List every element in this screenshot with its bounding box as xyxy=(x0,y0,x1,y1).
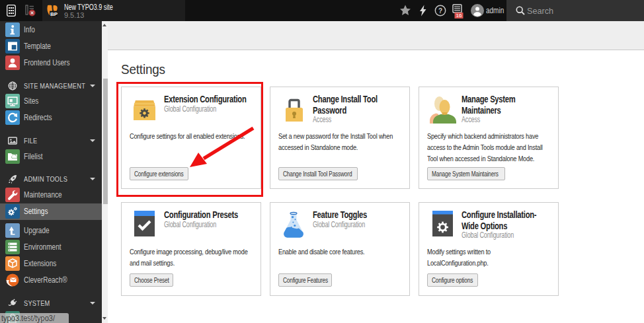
svg-text:?: ? xyxy=(438,7,442,15)
svg-text:16: 16 xyxy=(456,13,462,18)
svg-text:BP: BP xyxy=(50,11,58,17)
